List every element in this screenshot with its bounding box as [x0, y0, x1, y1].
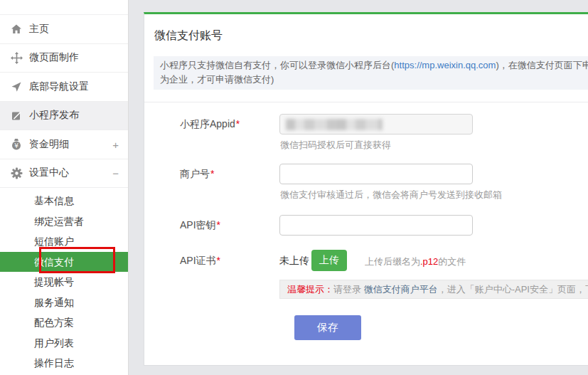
mp-weixin-link[interactable]: https://mp.weixin.qq.com [394, 60, 496, 70]
appid-label: 小程序Appid* [180, 118, 240, 131]
sidebar-main-nav: 主页 微页面制作 底部导航设置 小程序发布 [0, 14, 128, 188]
appid-help: 微信扫码授权后可直接获得 [280, 139, 391, 152]
apikey-input[interactable] [279, 215, 473, 236]
sidebar-item-label: 主页 [29, 23, 49, 36]
merchant-label: 商户号* [180, 168, 214, 181]
gear-icon [10, 167, 23, 179]
notice-text: 小程序只支持微信自有支付，你可以登录微信小程序后台( [160, 60, 394, 70]
sidebar-item-funds-detail[interactable]: ¥ 资金明细 + [0, 130, 128, 159]
expand-plus-toggle[interactable]: + [112, 138, 119, 150]
sidebar-item-settings-center[interactable]: 设置中心 − [0, 159, 128, 189]
redacted-appid-value [286, 119, 383, 130]
home-icon [10, 23, 23, 35]
sidebar-item-wechat-pay[interactable]: 微信支付 [0, 252, 128, 273]
required-asterisk: * [217, 255, 220, 266]
upload-button[interactable]: 上传 [311, 250, 347, 271]
section-divider [144, 102, 588, 102]
merchant-input[interactable] [279, 164, 473, 184]
required-asterisk: * [236, 118, 240, 130]
svg-text:¥: ¥ [14, 142, 18, 149]
sidebar-item-service-notice[interactable]: 服务通知 [0, 292, 128, 313]
sidebar-item-sms-account[interactable]: 短信账户 [0, 231, 128, 252]
sidebar-item-micropage[interactable]: 微页面制作 [0, 44, 128, 73]
cert-label: API证书* [180, 255, 220, 268]
notice-banner: 小程序只支持微信自有支付，你可以登录微信小程序后台(https://mp.wei… [154, 56, 588, 90]
tip-text: ，进入「账户中心-API安全」页面，下载 [438, 284, 588, 295]
sidebar: 主页 微页面制作 底部导航设置 小程序发布 [0, 0, 129, 375]
save-button[interactable]: 保存 [294, 315, 361, 340]
navigation-icon [10, 81, 23, 93]
cert-upload-status: 未上传 [279, 255, 309, 268]
cert-hint: 上传后缀名为.p12的文件 [365, 255, 466, 268]
page-title: 微信支付账号 [154, 28, 223, 43]
merchant-platform-link[interactable]: 微信支付商户平台 [364, 284, 438, 295]
required-asterisk: * [217, 219, 220, 231]
merchant-help: 微信支付审核通过后，微信会将商户号发送到接收邮箱 [280, 189, 502, 201]
p12-extension: .p12 [420, 256, 438, 267]
sidebar-item-miniprogram-publish[interactable]: 小程序发布 [0, 102, 128, 131]
notice-line-2: 为企业，才可申请微信支付) [160, 73, 588, 87]
appid-field [279, 114, 473, 134]
notice-text: )，在微信支付页面下申请 [496, 60, 588, 70]
move-icon [10, 52, 23, 64]
sidebar-item-label: 资金明细 [29, 138, 69, 151]
sidebar-settings-submenu: 基本信息 绑定运营者 短信账户 微信支付 提现帐号 服务通知 配色方案 用户列表… [0, 191, 128, 374]
sidebar-item-basic-info[interactable]: 基本信息 [0, 191, 128, 211]
sidebar-item-bind-operator[interactable]: 绑定运营者 [0, 211, 128, 232]
tip-text: 请登录 [333, 284, 364, 295]
sidebar-item-label: 小程序发布 [29, 109, 79, 122]
sidebar-item-bottom-nav-settings[interactable]: 底部导航设置 [0, 73, 128, 102]
sidebar-item-label: 微页面制作 [29, 51, 79, 64]
apikey-label: API密钥* [180, 219, 220, 232]
collapse-minus-toggle[interactable]: − [112, 167, 119, 179]
required-asterisk: * [210, 168, 214, 179]
money-icon: ¥ [10, 138, 23, 150]
sidebar-item-withdraw-account[interactable]: 提现帐号 [0, 272, 128, 292]
tip-prefix: 温馨提示： [287, 284, 333, 295]
sidebar-item-label: 底部导航设置 [29, 80, 89, 93]
notice-line-1: 小程序只支持微信自有支付，你可以登录微信小程序后台(https://mp.wei… [160, 58, 588, 73]
sidebar-item-label: 设置中心 [29, 167, 69, 179]
sidebar-item-color-scheme[interactable]: 配色方案 [0, 312, 128, 333]
sidebar-item-operation-log[interactable]: 操作日志 [0, 353, 128, 374]
screen: 主页 微页面制作 底部导航设置 小程序发布 [0, 0, 588, 375]
edit-icon [10, 110, 23, 121]
sidebar-item-home[interactable]: 主页 [0, 15, 128, 44]
content-region: 微信支付账号 小程序只支持微信自有支付，你可以登录微信小程序后台(https:/… [129, 0, 588, 375]
wechat-pay-account-card: 微信支付账号 小程序只支持微信自有支付，你可以登录微信小程序后台(https:/… [144, 12, 588, 366]
tip-box: 温馨提示：请登录 微信支付商户平台，进入「账户中心-API安全」页面，下载 [279, 280, 588, 299]
sidebar-item-user-list[interactable]: 用户列表 [0, 333, 128, 354]
